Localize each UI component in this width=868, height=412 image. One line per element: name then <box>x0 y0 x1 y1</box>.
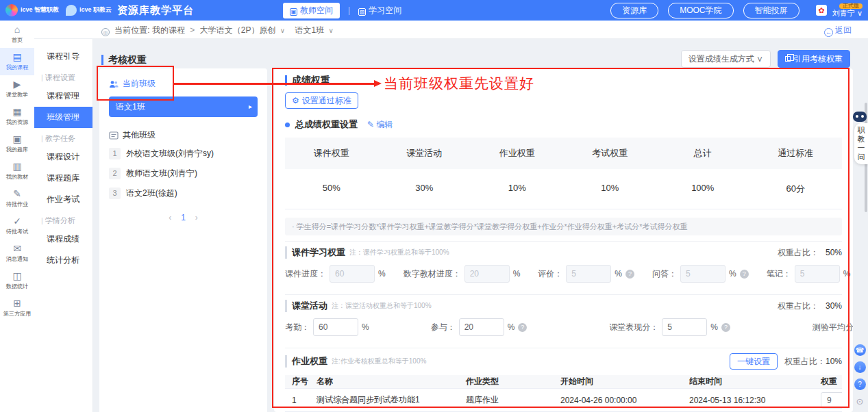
collapse-icon[interactable]: ⊙ <box>854 396 866 407</box>
ai-assistant-widget[interactable]: 职 教 一 问 <box>852 112 868 164</box>
current-class-item[interactable]: 语文1班 ▸ <box>109 96 258 117</box>
page-number[interactable]: 1 <box>181 213 186 222</box>
sidebar-item-class-management[interactable]: 班级管理 <box>34 107 92 128</box>
sidebar-item-course-design[interactable]: 课程设计 <box>34 146 92 168</box>
score-formula-note: 学生得分=课件学习分数*课件学习权重+课堂教学得分*课堂教学得分权重+作业分*作… <box>285 218 842 235</box>
classroom-performance-input[interactable] <box>662 318 707 336</box>
question-bank-icon: ▣ <box>0 134 34 144</box>
set-grade-generation-mode-button[interactable]: 设置成绩生成方式 ∨ <box>681 50 771 68</box>
cite-assessment-weight-button[interactable]: 引用考核权重 <box>778 50 850 68</box>
help-icon[interactable]: ? <box>518 323 527 332</box>
rail-item-home[interactable]: ⌂首页 <box>0 21 34 48</box>
location-icon: ◎ <box>101 28 110 36</box>
total-weight-setting-label: 总成绩权重设置 <box>295 118 358 131</box>
field-classroom-performance: 课堂表现分： % ? <box>609 318 730 336</box>
caret-down-icon: ∨ <box>756 54 763 64</box>
homework-col-header: 序号 <box>285 376 314 387</box>
back-button[interactable]: ←返回 <box>824 25 852 37</box>
edit-total-weight-link[interactable]: ✎ 编辑 <box>367 119 393 131</box>
course-sidebar: 课程引导 课程设置 课程管理 班级管理 教学任务 课程设计 课程题库 作业考试 … <box>34 39 93 412</box>
class-index-badge: 3 <box>109 188 121 199</box>
class-list-item[interactable]: 2 教师语文班(刘青宁) <box>108 164 259 183</box>
summary-header: 总计 <box>656 138 749 169</box>
user-menu[interactable]: 刘青宁 ∨ <box>832 9 863 17</box>
summary-value: 60分 <box>749 169 843 209</box>
download-icon[interactable]: ↓ <box>854 361 866 373</box>
sidebar-item-course-grades[interactable]: 课程成绩 <box>34 229 92 250</box>
sidebar-item-homework-exam[interactable]: 作业考试 <box>34 189 92 210</box>
nav-resource-library[interactable]: 资源库 <box>610 3 658 18</box>
course-caret-icon: ∨ <box>280 27 285 34</box>
nav-mooc-academy[interactable]: MOOC学院 <box>668 3 733 18</box>
field-attendance: 考勤： % <box>285 318 369 336</box>
arrow-right-icon: ▸ <box>249 96 252 117</box>
homework-ratio-value: 10% <box>826 357 842 366</box>
rail-item-third-party-apps[interactable]: ⊞第三方应用 <box>0 294 34 322</box>
assistant-label: 问 <box>854 153 868 162</box>
summary-value: 30% <box>378 169 471 209</box>
rail-item-my-textbooks[interactable]: ▥我的教材 <box>0 157 34 185</box>
homework-weight-input[interactable] <box>821 392 842 409</box>
class-caret-icon: ∨ <box>328 27 333 34</box>
courseware-weight-section: 课件学习权重 注：课件学习权重总和等于100% 权重占比：50% 课件进度： %… <box>285 241 842 289</box>
help-float-icon[interactable]: ? <box>854 378 866 390</box>
rail-item-classroom-teaching[interactable]: ▶课堂教学 <box>0 75 34 103</box>
tab-student-space[interactable]: ▨学习空间 <box>358 5 401 16</box>
rail-item-pending-homework[interactable]: ✎待批作业 <box>0 185 34 212</box>
class-list-item[interactable]: 3 语文2班(徐超) <box>108 183 259 203</box>
breadcrumb-class-dropdown[interactable]: 语文1班 <box>295 25 324 35</box>
rail-item-messages[interactable]: ✉消息通知 <box>0 240 34 267</box>
notes-input[interactable] <box>795 265 840 283</box>
page-prev-button[interactable]: ‹ <box>169 213 171 222</box>
courseware-section-title: 课件学习权重 <box>285 246 345 259</box>
help-icon[interactable]: ? <box>740 270 749 279</box>
participation-input[interactable] <box>459 318 504 336</box>
zhijiaoyun-logo-icon <box>66 5 77 16</box>
set-pass-standard-button[interactable]: ⚙设置通过标准 <box>285 92 358 109</box>
apps-icon: ⊞ <box>0 298 34 309</box>
help-icon[interactable]: ? <box>721 323 730 332</box>
rail-item-pending-exams[interactable]: ✓待批考试 <box>0 212 34 240</box>
exam-icon: ✓ <box>0 216 34 227</box>
rail-item-my-resources[interactable]: ▦我的资源 <box>0 103 34 130</box>
summary-header: 课堂活动 <box>378 138 471 169</box>
textbook-icon: ▥ <box>0 162 34 172</box>
summary-header: 作业权重 <box>471 138 564 169</box>
courseware-progress-input[interactable] <box>330 265 375 283</box>
attendance-input[interactable] <box>313 318 358 336</box>
digital-textbook-progress-input[interactable] <box>464 265 510 283</box>
courses-icon: ▤ <box>0 52 34 62</box>
nav-smart-cast[interactable]: 智能投屏 <box>743 3 799 18</box>
qna-input[interactable] <box>680 265 726 283</box>
breadcrumb-course-dropdown[interactable]: 大学语文（2P）原创 <box>200 25 276 35</box>
homework-col-header: 结束时间 <box>686 376 818 387</box>
one-click-setting-button[interactable]: 一键设置 <box>730 353 778 370</box>
grade-weight-panel: 成绩权重 ⚙设置通过标准 总成绩权重设置 ✎ 编辑 课件权重 课堂活动 作业权重… <box>274 68 853 412</box>
teacher-space-icon: ▣ <box>290 8 297 16</box>
teaching-icon: ▶ <box>0 79 34 90</box>
activity-section-title: 课堂活动 <box>285 300 327 312</box>
people-icon <box>109 79 119 89</box>
sidebar-item-statistical-analysis[interactable]: 统计分析 <box>34 250 92 271</box>
class-list-item[interactable]: 1 外校语文班级(刘青宁sy) <box>108 144 259 164</box>
customer-service-icon[interactable]: ☎ <box>854 344 866 356</box>
homework-table-row: 1 测试综合题同步到试卷功能1 题库作业 2024-04-26 00:00:00… <box>285 389 842 412</box>
rail-item-my-question-bank[interactable]: ▣我的题库 <box>0 130 34 157</box>
evaluation-input[interactable] <box>566 265 611 283</box>
page-next-button[interactable]: › <box>195 213 198 222</box>
robot-icon <box>853 112 867 122</box>
tab-teacher-space[interactable]: ▣教师空间 <box>283 3 340 18</box>
sidebar-item-course-guide[interactable]: 课程引导 <box>34 46 92 67</box>
version-badge: 正式版 <box>839 3 863 10</box>
sidebar-item-course-question-bank[interactable]: 课程题库 <box>34 168 92 189</box>
gift-icon[interactable]: ✿ <box>816 5 827 16</box>
assistant-label: 职 <box>854 126 868 135</box>
assistant-label: 一 <box>854 144 868 153</box>
rail-item-my-courses[interactable]: ▤我的课程 <box>0 48 34 75</box>
summary-header: 通过标准 <box>749 138 843 169</box>
homework-weight-section: 作业权重 注:作业考核权重总和等于100% 一键设置 权重占比：10% 序号 名… <box>285 348 842 412</box>
help-icon[interactable]: ? <box>625 270 634 279</box>
app-title: 资源库教学平台 <box>117 4 194 17</box>
rail-item-data-statistics[interactable]: ◫数据统计 <box>0 267 34 294</box>
sidebar-item-course-management[interactable]: 课程管理 <box>34 86 92 107</box>
